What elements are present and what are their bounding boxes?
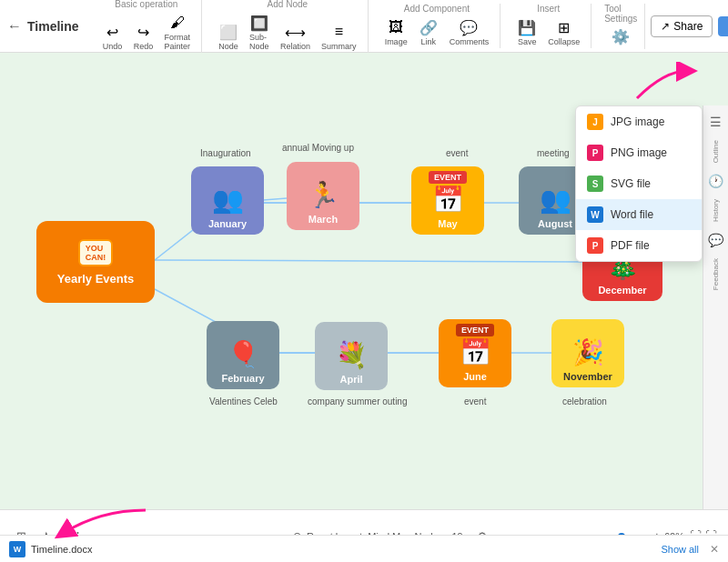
toolbar-group-component: Add Component 🖼 Image 🔗 Link 💬 Comments: [374, 4, 501, 48]
march-icon: 🏃: [308, 180, 339, 210]
may-label: May: [438, 218, 457, 229]
november-event: celebration: [562, 396, 607, 406]
export-jpg[interactable]: J JPG image: [576, 106, 702, 137]
history-label: History: [712, 199, 720, 222]
right-sidebar: ☰ Outline 🕐 History 💬 Feedback: [703, 105, 728, 509]
collapse-button[interactable]: ⊞ Collapse: [544, 15, 583, 48]
sidebar-feedback[interactable]: 💬: [705, 229, 727, 251]
addnode-icons: ⬜ Node 🔲 Sub-Node ⟷ Relation ≡ Summary: [215, 11, 360, 53]
relation-icon: ⟷: [286, 22, 306, 42]
group-label-insert: Insert: [537, 4, 560, 14]
group-label-basic: Basic operation: [115, 0, 177, 9]
node-february[interactable]: 🎈 February: [207, 321, 279, 389]
word-label: Word file: [611, 208, 653, 221]
file-name: Timeline.docx: [31, 544, 92, 555]
svg-icon: S: [587, 176, 603, 192]
save-button[interactable]: 💾 Save: [513, 15, 541, 48]
format-painter-label: Format Painter: [165, 33, 191, 51]
node-label: Node: [218, 42, 238, 51]
january-icon: 👥: [212, 185, 244, 215]
april-icon: 💐: [336, 340, 368, 370]
sidebar-history[interactable]: 🕐: [705, 170, 727, 192]
august-event: meeting: [537, 148, 570, 158]
collapse-label: Collapse: [548, 37, 580, 46]
file-doc-icon: W: [9, 541, 25, 557]
share-button[interactable]: ↗ Share: [651, 15, 713, 37]
center-node[interactable]: YOUCAN! Yearly Events: [36, 221, 155, 303]
redo-button[interactable]: ↪ Redo: [130, 20, 157, 53]
tool-settings-icon: ⚙️: [611, 27, 631, 47]
export-word[interactable]: W Word file: [576, 199, 702, 230]
node-january[interactable]: 👥 January: [191, 166, 264, 235]
sidebar-outline[interactable]: ☰: [705, 111, 727, 133]
show-all-button[interactable]: Show all: [661, 544, 699, 555]
link-label: Link: [420, 37, 436, 46]
june-label: June: [463, 371, 487, 382]
sub-node-label: Sub-Node: [249, 33, 269, 51]
format-painter-button[interactable]: 🖌 Format Painter: [161, 11, 195, 53]
collapse-icon: ⊞: [554, 17, 574, 37]
undo-button[interactable]: ↩ Undo: [99, 20, 126, 53]
share-icon: ↗: [661, 20, 670, 33]
node-button[interactable]: ⬜ Node: [215, 20, 242, 53]
group-label-addnode: Add Node: [268, 0, 308, 9]
january-event: Inauguration: [200, 148, 251, 158]
back-button[interactable]: ←: [7, 15, 22, 37]
image-button[interactable]: 🖼 Image: [381, 15, 411, 48]
toolbar-group-addnode: Add Node ⬜ Node 🔲 Sub-Node ⟷ Relation ≡ …: [207, 0, 369, 53]
node-may[interactable]: EVENT 📅 May: [411, 166, 484, 235]
comments-icon: 💬: [459, 17, 479, 37]
export-pdf[interactable]: P PDF file: [576, 230, 702, 261]
image-label: Image: [385, 37, 408, 46]
export-png[interactable]: P PNG image: [576, 137, 702, 168]
november-label: November: [563, 371, 612, 382]
toolbar-group-insert: Insert 💾 Save ⊞ Collapse: [506, 4, 592, 48]
export-svg[interactable]: S SVG file: [576, 168, 702, 199]
outline-label: Outline: [712, 140, 720, 163]
summary-button[interactable]: ≡ Summary: [318, 20, 360, 53]
svg-line-5: [155, 260, 592, 262]
link-button[interactable]: 🔗 Link: [415, 15, 442, 48]
toolbar-right: ↗ Share ↑ Export: [651, 15, 728, 37]
link-icon: 🔗: [419, 17, 439, 37]
group-label-tool: Tool Settings: [604, 4, 637, 24]
toolbar-group-tool: Tool Settings ⚙️: [597, 4, 645, 49]
center-badge: YOUCAN!: [78, 239, 114, 266]
pdf-label: PDF file: [611, 239, 650, 252]
image-icon: 🖼: [386, 17, 406, 37]
november-icon: 🎉: [572, 337, 604, 367]
format-painter-icon: 🖌: [167, 13, 187, 33]
june-icon: 📅: [460, 337, 491, 367]
file-badge: W Timeline.docx Show all ✕: [0, 535, 728, 562]
export-button[interactable]: ↑ Export: [718, 16, 728, 36]
comments-button[interactable]: 💬 Comments: [446, 15, 493, 48]
tool-settings-button[interactable]: ⚙️: [607, 25, 634, 49]
february-label: February: [221, 373, 264, 384]
mindmap-canvas[interactable]: YOUCAN! Yearly Events 👥 January Inaugura…: [0, 53, 728, 509]
svg-label: SVG file: [611, 177, 651, 190]
comments-label: Comments: [450, 37, 490, 46]
basic-icons: ↩ Undo ↪ Redo 🖌 Format Painter: [99, 11, 195, 53]
april-event: company summer outing: [308, 396, 408, 406]
png-icon: P: [587, 145, 603, 161]
export-arrow-annotation: [628, 62, 701, 107]
node-icon: ⬜: [218, 22, 238, 42]
node-june[interactable]: EVENT 📅 June: [439, 319, 511, 387]
redo-label: Redo: [134, 42, 154, 51]
august-icon: 👥: [540, 185, 571, 215]
close-file-button[interactable]: ✕: [710, 543, 719, 556]
relation-label: Relation: [280, 42, 310, 51]
center-label: Yearly Events: [57, 272, 135, 286]
insert-icons: 💾 Save ⊞ Collapse: [513, 15, 583, 48]
node-november[interactable]: 🎉 November: [551, 319, 624, 387]
node-april[interactable]: 💐 April: [315, 322, 388, 390]
feedback-label: Feedback: [712, 258, 720, 290]
relation-button[interactable]: ⟷ Relation: [277, 20, 314, 53]
component-icons: 🖼 Image 🔗 Link 💬 Comments: [381, 15, 493, 48]
february-icon: 🎈: [228, 339, 259, 369]
sub-node-button[interactable]: 🔲 Sub-Node: [246, 11, 273, 53]
node-march[interactable]: 🏃 March: [287, 162, 359, 230]
august-label: August: [538, 218, 572, 229]
toolbar: ← Timeline Basic operation ↩ Undo ↪ Redo…: [0, 0, 728, 53]
export-dropdown: J JPG image P PNG image S SVG file W Wor…: [575, 105, 703, 262]
